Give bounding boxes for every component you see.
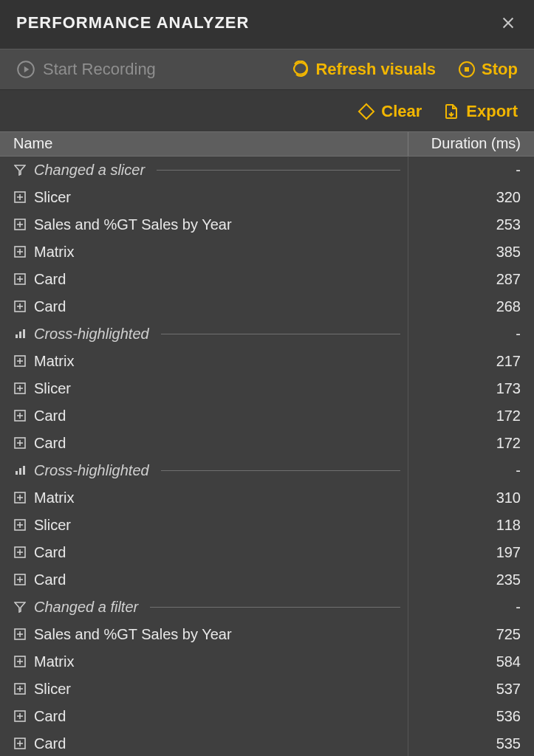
row-duration-cell: 584 (408, 648, 534, 676)
table-row[interactable]: Card268 (0, 293, 534, 320)
refresh-visuals-button[interactable]: Refresh visuals (292, 60, 436, 79)
row-label: Matrix (34, 244, 74, 261)
table-row[interactable]: Slicer537 (0, 676, 534, 703)
row-label: Sales and %GT Sales by Year (34, 626, 232, 643)
row-label: Card (34, 298, 66, 315)
expand-icon[interactable] (13, 655, 27, 668)
row-duration-cell: 172 (408, 402, 534, 430)
svg-rect-38 (19, 468, 21, 475)
funnel-icon (13, 600, 27, 614)
row-label: Matrix (34, 653, 74, 670)
performance-analyzer-pane: PERFORMANCE ANALYZER Start Recording Ref… (0, 0, 534, 756)
expand-icon[interactable] (13, 272, 27, 286)
table-row[interactable]: Card536 (0, 703, 534, 730)
row-label: Card (34, 435, 66, 452)
column-header-duration[interactable]: Duration (ms) (408, 132, 534, 156)
stop-button[interactable]: Stop (458, 60, 518, 79)
table-row[interactable]: Card197 (0, 539, 534, 566)
svg-rect-5 (465, 67, 469, 72)
row-duration-cell: 535 (408, 730, 534, 756)
export-button[interactable]: Export (442, 102, 518, 121)
expand-icon[interactable] (13, 382, 27, 395)
table-row[interactable]: Sales and %GT Sales by Year725 (0, 621, 534, 648)
table-row[interactable]: Card287 (0, 266, 534, 293)
expand-icon[interactable] (13, 245, 27, 258)
table-row[interactable]: Changed a slicer- (0, 157, 534, 184)
refresh-visuals-label: Refresh visuals (315, 60, 436, 79)
row-label: Card (34, 544, 66, 561)
table-row[interactable]: Sales and %GT Sales by Year253 (0, 211, 534, 238)
table-row[interactable]: Matrix310 (0, 484, 534, 512)
table-row[interactable]: Slicer320 (0, 184, 534, 211)
row-name-cell: Slicer (0, 512, 408, 539)
start-recording-button[interactable]: Start Recording (16, 60, 156, 79)
table-row[interactable]: Changed a filter- (0, 594, 534, 621)
row-label: Sales and %GT Sales by Year (34, 216, 232, 233)
expand-icon[interactable] (13, 218, 27, 231)
svg-rect-22 (16, 334, 18, 338)
row-name-cell: Slicer (0, 375, 408, 402)
row-name-cell: Card (0, 566, 408, 594)
row-name-cell: Sales and %GT Sales by Year (0, 211, 408, 238)
expand-icon[interactable] (13, 190, 27, 204)
expand-icon[interactable] (13, 436, 27, 450)
row-name-cell: Cross-highlighted (0, 320, 408, 348)
svg-rect-24 (23, 329, 25, 338)
table-row[interactable]: Card235 (0, 566, 534, 594)
table-row[interactable]: Card535 (0, 730, 534, 756)
row-label: Card (34, 708, 66, 725)
table-row[interactable]: Matrix217 (0, 348, 534, 375)
row-duration-cell: 320 (408, 184, 534, 211)
table-body: Changed a slicer-Slicer320Sales and %GT … (0, 157, 534, 756)
table-row[interactable]: Card172 (0, 430, 534, 457)
row-label: Card (34, 571, 66, 588)
row-label: Changed a slicer (34, 162, 145, 179)
table-row[interactable]: Card172 (0, 402, 534, 430)
expand-icon[interactable] (13, 518, 27, 532)
row-name-cell: Matrix (0, 238, 408, 266)
row-name-cell: Changed a filter (0, 594, 408, 621)
toolbar-secondary: Clear Export (0, 90, 534, 131)
stop-icon (458, 61, 476, 78)
expand-icon[interactable] (13, 628, 27, 641)
row-name-cell: Card (0, 430, 408, 457)
panel-title: PERFORMANCE ANALYZER (16, 13, 249, 32)
row-duration-cell: 287 (408, 266, 534, 293)
expand-icon[interactable] (13, 573, 27, 586)
close-button[interactable] (499, 13, 518, 32)
row-name-cell: Changed a slicer (0, 157, 408, 184)
row-name-cell: Card (0, 730, 408, 756)
row-name-cell: Card (0, 703, 408, 730)
expand-icon[interactable] (13, 354, 27, 368)
expand-icon[interactable] (13, 491, 27, 504)
table-row[interactable]: Cross-highlighted- (0, 457, 534, 484)
play-circle-icon (16, 60, 35, 79)
group-separator-line (157, 170, 400, 171)
row-duration-cell: 310 (408, 484, 534, 512)
table-row[interactable]: Matrix584 (0, 648, 534, 676)
expand-icon[interactable] (13, 737, 27, 750)
column-header-name[interactable]: Name (0, 132, 408, 156)
table-header: Name Duration (ms) (0, 131, 534, 157)
expand-icon[interactable] (13, 682, 27, 695)
barchart-icon (13, 327, 27, 340)
expand-icon[interactable] (13, 546, 27, 559)
clear-button[interactable]: Clear (357, 102, 422, 121)
row-label: Slicer (34, 681, 71, 698)
table-row[interactable]: Slicer118 (0, 512, 534, 539)
row-duration-cell: 217 (408, 348, 534, 375)
expand-icon[interactable] (13, 409, 27, 422)
expand-icon[interactable] (13, 300, 27, 313)
svg-marker-3 (24, 66, 30, 73)
row-duration-cell: - (408, 594, 534, 621)
table-row[interactable]: Matrix385 (0, 238, 534, 266)
row-name-cell: Slicer (0, 184, 408, 211)
row-duration-cell: 537 (408, 676, 534, 703)
table-row[interactable]: Slicer173 (0, 375, 534, 402)
row-duration-cell: 197 (408, 539, 534, 566)
export-label: Export (466, 102, 518, 121)
refresh-icon (292, 61, 309, 78)
row-duration-cell: 172 (408, 430, 534, 457)
expand-icon[interactable] (13, 709, 27, 723)
table-row[interactable]: Cross-highlighted- (0, 320, 534, 348)
